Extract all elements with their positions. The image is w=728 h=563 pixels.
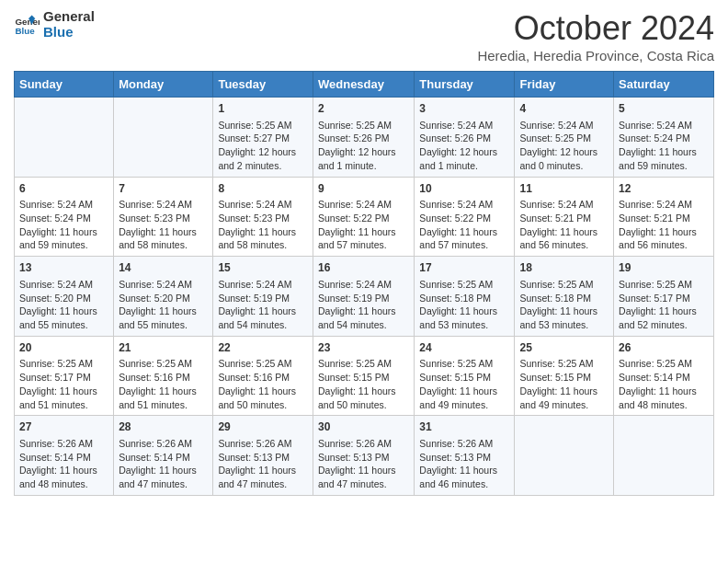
day-info-line: Sunrise: 5:24 AM: [619, 198, 709, 212]
header-friday: Friday: [515, 72, 614, 98]
calendar-day-14: 14Sunrise: 5:24 AMSunset: 5:20 PMDayligh…: [114, 257, 213, 337]
calendar-day-2: 2Sunrise: 5:25 AMSunset: 5:26 PMDaylight…: [313, 98, 414, 178]
day-info-line: Sunrise: 5:25 AM: [318, 357, 409, 371]
day-number: 19: [619, 260, 709, 276]
day-info-line: Sunrise: 5:25 AM: [218, 357, 308, 371]
day-info-line: Sunrise: 5:25 AM: [519, 357, 609, 371]
day-info-line: Daylight: 11 hours and 48 minutes.: [619, 385, 709, 411]
day-info-line: Sunrise: 5:25 AM: [119, 357, 208, 371]
day-info-line: Sunrise: 5:25 AM: [218, 119, 308, 132]
day-number: 27: [19, 419, 108, 435]
day-info-line: Sunset: 5:15 PM: [519, 371, 609, 385]
calendar-day-30: 30Sunrise: 5:26 AMSunset: 5:13 PMDayligh…: [313, 416, 414, 496]
calendar-day-8: 8Sunrise: 5:24 AMSunset: 5:23 PMDaylight…: [213, 177, 313, 257]
day-number: 30: [318, 419, 409, 435]
day-info-line: Sunrise: 5:25 AM: [318, 119, 409, 132]
header-tuesday: Tuesday: [213, 72, 313, 98]
day-info-line: Daylight: 11 hours and 56 minutes.: [519, 225, 609, 252]
day-info-line: Daylight: 11 hours and 53 minutes.: [419, 304, 509, 331]
header-sunday: Sunday: [15, 72, 114, 98]
calendar-table: SundayMondayTuesdayWednesdayThursdayFrid…: [14, 71, 714, 496]
header-monday: Monday: [114, 72, 213, 98]
day-info-line: Daylight: 11 hours and 49 minutes.: [519, 385, 609, 411]
day-info-line: Daylight: 11 hours and 57 minutes.: [318, 225, 409, 252]
day-info-line: Sunset: 5:16 PM: [119, 371, 208, 385]
calendar-week-row: 20Sunrise: 5:25 AMSunset: 5:17 PMDayligh…: [15, 336, 714, 416]
day-number: 4: [519, 101, 609, 117]
day-info-line: Sunset: 5:20 PM: [119, 292, 208, 305]
calendar-day-19: 19Sunrise: 5:25 AMSunset: 5:17 PMDayligh…: [614, 257, 714, 337]
day-number: 28: [119, 419, 208, 435]
day-info-line: Sunrise: 5:26 AM: [318, 437, 409, 451]
location-subtitle: Heredia, Heredia Province, Costa Rica: [477, 48, 714, 63]
day-number: 7: [119, 181, 208, 197]
day-info-line: Sunset: 5:25 PM: [519, 132, 609, 145]
day-info-line: Sunrise: 5:25 AM: [619, 278, 709, 292]
title-block: October 2024 Heredia, Heredia Province, …: [477, 9, 714, 63]
day-info-line: Daylight: 11 hours and 49 minutes.: [419, 385, 509, 411]
day-info-line: Sunset: 5:20 PM: [19, 292, 108, 305]
logo-text-blue: Blue: [43, 25, 95, 40]
day-number: 17: [419, 260, 509, 276]
day-info-line: Sunrise: 5:24 AM: [119, 278, 208, 292]
day-info-line: Sunset: 5:22 PM: [318, 212, 409, 225]
day-number: 12: [619, 181, 709, 197]
day-number: 18: [519, 260, 609, 276]
day-number: 6: [19, 181, 108, 197]
calendar-day-3: 3Sunrise: 5:24 AMSunset: 5:26 PMDaylight…: [415, 98, 515, 178]
day-info-line: Daylight: 12 hours and 2 minutes.: [218, 145, 308, 172]
day-info-line: Sunset: 5:14 PM: [119, 451, 208, 465]
calendar-day-9: 9Sunrise: 5:24 AMSunset: 5:22 PMDaylight…: [313, 177, 414, 257]
day-info-line: Sunrise: 5:24 AM: [419, 119, 509, 132]
day-info-line: Sunrise: 5:26 AM: [419, 437, 509, 451]
day-info-line: Sunset: 5:19 PM: [218, 292, 308, 305]
day-info-line: Sunrise: 5:24 AM: [519, 119, 609, 132]
calendar-day-1: 1Sunrise: 5:25 AMSunset: 5:27 PMDaylight…: [213, 98, 313, 178]
day-info-line: Sunset: 5:13 PM: [318, 451, 409, 465]
day-info-line: Sunrise: 5:24 AM: [19, 198, 108, 212]
day-info-line: Daylight: 11 hours and 55 minutes.: [119, 304, 208, 331]
day-info-line: Sunrise: 5:26 AM: [19, 437, 108, 451]
calendar-day-5: 5Sunrise: 5:24 AMSunset: 5:24 PMDaylight…: [614, 98, 714, 178]
calendar-day-6: 6Sunrise: 5:24 AMSunset: 5:24 PMDaylight…: [15, 177, 114, 257]
day-info-line: Sunrise: 5:24 AM: [619, 119, 709, 132]
day-info-line: Sunset: 5:24 PM: [19, 212, 108, 225]
day-info-line: Daylight: 11 hours and 52 minutes.: [619, 304, 709, 331]
day-info-line: Daylight: 11 hours and 56 minutes.: [619, 225, 709, 252]
calendar-day-11: 11Sunrise: 5:24 AMSunset: 5:21 PMDayligh…: [515, 177, 614, 257]
logo: General Blue General Blue: [14, 9, 95, 40]
day-info-line: Daylight: 11 hours and 47 minutes.: [218, 464, 308, 490]
calendar-week-row: 1Sunrise: 5:25 AMSunset: 5:27 PMDaylight…: [15, 98, 714, 178]
header-thursday: Thursday: [415, 72, 515, 98]
day-number: 20: [19, 340, 108, 356]
day-info-line: Sunrise: 5:25 AM: [619, 357, 709, 371]
calendar-day-16: 16Sunrise: 5:24 AMSunset: 5:19 PMDayligh…: [313, 257, 414, 337]
day-info-line: Sunrise: 5:24 AM: [119, 198, 208, 212]
day-info-line: Daylight: 11 hours and 53 minutes.: [519, 304, 609, 331]
day-info-line: Daylight: 11 hours and 47 minutes.: [318, 464, 409, 490]
day-info-line: Daylight: 11 hours and 58 minutes.: [119, 225, 208, 252]
day-info-line: Sunset: 5:16 PM: [218, 371, 308, 385]
calendar-day-18: 18Sunrise: 5:25 AMSunset: 5:18 PMDayligh…: [515, 257, 614, 337]
calendar-day-12: 12Sunrise: 5:24 AMSunset: 5:21 PMDayligh…: [614, 177, 714, 257]
calendar-day-28: 28Sunrise: 5:26 AMSunset: 5:14 PMDayligh…: [114, 416, 213, 496]
day-info-line: Sunset: 5:21 PM: [619, 212, 709, 225]
header-wednesday: Wednesday: [313, 72, 414, 98]
calendar-day-29: 29Sunrise: 5:26 AMSunset: 5:13 PMDayligh…: [213, 416, 313, 496]
day-number: 5: [619, 101, 709, 117]
day-number: 2: [318, 101, 409, 117]
day-info-line: Daylight: 11 hours and 47 minutes.: [119, 464, 208, 490]
day-info-line: Sunset: 5:13 PM: [419, 451, 509, 465]
day-info-line: Daylight: 11 hours and 57 minutes.: [419, 225, 509, 252]
day-info-line: Sunset: 5:13 PM: [218, 451, 308, 465]
day-info-line: Sunset: 5:15 PM: [318, 371, 409, 385]
calendar-empty-cell: [614, 416, 714, 496]
calendar-day-27: 27Sunrise: 5:26 AMSunset: 5:14 PMDayligh…: [15, 416, 114, 496]
day-info-line: Sunrise: 5:25 AM: [419, 278, 509, 292]
day-number: 3: [419, 101, 509, 117]
day-info-line: Sunrise: 5:25 AM: [19, 357, 108, 371]
day-number: 14: [119, 260, 208, 276]
calendar-day-7: 7Sunrise: 5:24 AMSunset: 5:23 PMDaylight…: [114, 177, 213, 257]
calendar-day-15: 15Sunrise: 5:24 AMSunset: 5:19 PMDayligh…: [213, 257, 313, 337]
day-info-line: Sunset: 5:18 PM: [519, 292, 609, 305]
